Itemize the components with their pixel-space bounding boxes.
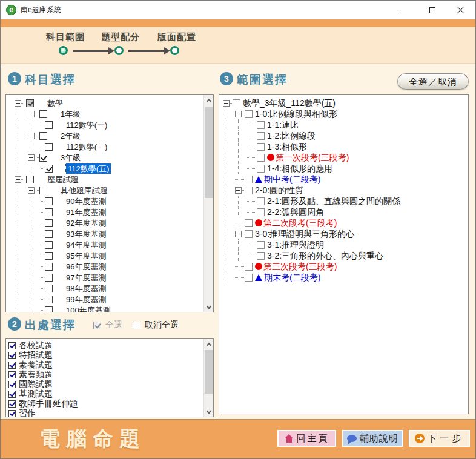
tree-item-label[interactable]: 112數學(一) (66, 120, 107, 130)
tree-item-label[interactable]: 95年度基測 (66, 251, 106, 261)
tree-checkbox[interactable] (257, 197, 265, 205)
source-item-checkbox[interactable] (8, 371, 16, 378)
tree-expander-icon[interactable] (235, 231, 242, 237)
tree-expander-icon[interactable] (28, 111, 35, 117)
tree-item-label[interactable]: 數學 (47, 98, 63, 108)
select-all-toggle-button[interactable]: 全選／取消 (397, 73, 469, 90)
tree-checkbox[interactable] (39, 110, 47, 118)
tree-item-label[interactable]: 3-2:三角形的外心、內心與重心 (267, 251, 383, 261)
tree-row[interactable]: 2年級 (15, 130, 203, 141)
tree-checkbox[interactable] (45, 252, 53, 260)
tree-row[interactable]: 1-1:連比 (223, 119, 468, 130)
tree-checkbox[interactable] (39, 154, 47, 162)
subject-tree-scrollbar[interactable] (203, 95, 213, 312)
tree-checkbox[interactable] (245, 263, 253, 271)
tree-expander-icon[interactable] (235, 111, 242, 117)
tree-row[interactable]: 100年度基測 (15, 305, 203, 312)
tree-row[interactable]: 90年度基測 (15, 196, 203, 206)
next-step-button[interactable]: 下一步 (409, 430, 470, 447)
scroll-down-arrow[interactable] (204, 407, 214, 417)
tree-item-label[interactable]: 90年度基測 (66, 196, 106, 206)
tree-row[interactable]: 97年度基測 (15, 272, 203, 283)
tree-item-label[interactable]: 94年度基測 (66, 240, 106, 250)
tree-row[interactable]: 112數學(一) (15, 119, 203, 130)
tree-item-label[interactable]: 93年度基測 (66, 229, 106, 239)
tree-row[interactable]: 93年度基測 (15, 228, 203, 239)
source-item-checkbox[interactable] (8, 410, 16, 417)
tree-row[interactable]: 2-1:圓形及點、直線與圓之間的關係 (223, 196, 468, 206)
tree-row[interactable]: 96年度基測 (15, 261, 203, 272)
tree-row[interactable]: 99年度基測 (15, 294, 203, 305)
source-item-checkbox[interactable] (8, 352, 16, 359)
tree-checkbox[interactable] (26, 99, 34, 107)
source-item-checkbox[interactable] (8, 362, 16, 369)
tree-row[interactable]: 第二次段考(三段考) (223, 217, 468, 228)
tree-checkbox[interactable] (39, 187, 47, 194)
deselect-all-label[interactable]: 取消全選 (145, 320, 179, 331)
tree-item-label[interactable]: 98年度基測 (66, 283, 106, 294)
tree-row[interactable]: 3-1:推理與證明 (223, 239, 468, 250)
tree-row[interactable]: 1-3:相似形 (223, 141, 468, 152)
tree-checkbox[interactable] (39, 132, 47, 140)
tree-item-label[interactable]: 2-2:弧與圓周角 (267, 207, 324, 217)
tree-row[interactable]: 95年度基測 (15, 250, 203, 261)
tree-item-label[interactable]: 112數學(五) (66, 163, 111, 174)
tree-item-label[interactable]: 歷屆試題 (47, 174, 79, 185)
tree-row[interactable]: 112數學(五) (15, 163, 203, 174)
tree-checkbox[interactable] (257, 143, 265, 151)
scroll-thumb[interactable] (205, 350, 213, 394)
tree-item-label[interactable]: 1-4:相似形的應用 (267, 163, 332, 174)
source-item-checkbox[interactable] (8, 381, 16, 388)
source-item-checkbox[interactable] (8, 400, 16, 408)
tree-row[interactable]: 3-0:推理證明與三角形的心 (223, 228, 468, 239)
source-item-checkbox[interactable] (8, 342, 16, 349)
select-all-label[interactable]: 全選 (105, 320, 122, 331)
tree-row[interactable]: 98年度基測 (15, 283, 203, 294)
tree-checkbox[interactable] (257, 121, 265, 129)
tree-expander-icon[interactable] (15, 176, 21, 183)
scroll-thumb[interactable] (205, 107, 213, 198)
tree-checkbox[interactable] (245, 187, 253, 194)
tree-row[interactable]: 112數學(三) (15, 141, 203, 152)
tree-checkbox[interactable] (45, 197, 53, 205)
tree-item-label[interactable]: 2-1:圓形及點、直線與圓之間的關係 (267, 196, 400, 206)
source-list-item[interactable]: 習作 (8, 409, 203, 417)
scroll-up-arrow[interactable] (204, 339, 214, 349)
tree-checkbox[interactable] (45, 219, 53, 227)
tree-row[interactable]: 1-4:相似形的應用 (223, 163, 468, 174)
source-list-item[interactable]: 基測試題 (8, 389, 203, 399)
tree-row[interactable]: 91年度基測 (15, 206, 203, 217)
tree-checkbox[interactable] (45, 230, 53, 238)
help-button[interactable]: 輔助說明 (342, 430, 403, 447)
tree-checkbox[interactable] (45, 143, 53, 151)
tree-row[interactable]: 1年級 (15, 108, 203, 119)
tree-item-label[interactable]: 1年級 (61, 109, 81, 119)
tree-checkbox[interactable] (245, 219, 253, 227)
tree-checkbox[interactable] (257, 132, 265, 140)
scroll-up-arrow[interactable] (204, 95, 214, 105)
tree-checkbox[interactable] (257, 165, 265, 173)
tree-item-label[interactable]: 99年度基測 (66, 294, 106, 305)
tree-item-label[interactable]: 數學_3年級_112數學(五) (243, 98, 336, 108)
tree-checkbox[interactable] (245, 230, 253, 238)
tree-row[interactable]: 數學 (15, 97, 203, 108)
tree-checkbox[interactable] (45, 121, 53, 129)
tree-checkbox[interactable] (233, 99, 240, 107)
tree-item-label[interactable]: 97年度基測 (66, 272, 106, 283)
tree-item-label[interactable]: 1-0:比例線段與相似形 (255, 109, 337, 119)
tree-item-label[interactable]: 3-1:推理與證明 (267, 240, 324, 250)
step-circle-3[interactable] (170, 46, 179, 55)
tree-item-label[interactable]: 其他題庫試題 (61, 185, 108, 196)
scroll-down-arrow[interactable] (204, 302, 214, 312)
tree-expander-icon[interactable] (28, 133, 35, 139)
tree-row[interactable]: 3年級 (15, 152, 203, 163)
maximize-button[interactable] (418, 1, 446, 19)
tree-expander-icon[interactable] (15, 100, 21, 107)
deselect-all-checkbox[interactable] (133, 322, 140, 329)
home-button[interactable]: 回主頁 (277, 430, 336, 447)
tree-checkbox[interactable] (45, 285, 53, 292)
tree-row[interactable]: 2-2:弧與圓周角 (223, 206, 468, 217)
tree-expander-icon[interactable] (235, 187, 242, 194)
tree-row[interactable]: 歷屆試題 (15, 174, 203, 185)
tree-item-label[interactable]: 期中考(二段考) (264, 174, 320, 185)
